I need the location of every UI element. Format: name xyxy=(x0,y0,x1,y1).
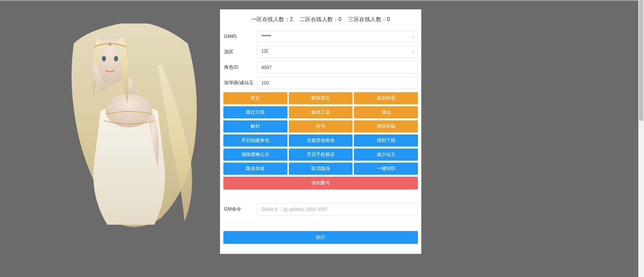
gm-command-row: GM命令 xyxy=(223,203,418,215)
admin-panel: 一区在线人数：2 二区在线人数：0 三区在线人数：0 GM码 •••••• ▯ … xyxy=(220,9,421,254)
role-id-row: 角色ID xyxy=(223,61,418,73)
svg-point-5 xyxy=(114,56,118,61)
role-id-label: 角色ID xyxy=(223,64,257,70)
action-button[interactable]: 封号 xyxy=(289,120,353,132)
action-button[interactable]: 增加等级 xyxy=(354,120,418,132)
level-input[interactable] xyxy=(257,77,418,89)
action-button[interactable]: 清除摆摊公示 xyxy=(223,149,287,161)
action-button[interactable]: 全服禁创角色 xyxy=(289,134,353,147)
divider xyxy=(223,222,418,222)
gm-command-input[interactable] xyxy=(257,203,418,215)
character-illustration xyxy=(54,23,211,238)
action-button[interactable]: 开启创建角色 xyxy=(223,134,287,147)
zone-select[interactable]: 1区 xyxy=(257,46,418,58)
execute-button[interactable]: 执行 xyxy=(223,231,418,244)
action-button[interactable]: 减少仙玉 xyxy=(354,149,418,161)
button-row: 跳过主线解散工会清包 xyxy=(223,106,418,118)
action-button[interactable]: 禁言 xyxy=(223,92,287,104)
zone-row: 选区 1区 ▯ xyxy=(223,46,418,58)
gm-code-row: GM码 •••••• ▯ xyxy=(223,31,418,43)
vertical-scrollbar[interactable] xyxy=(638,0,644,277)
gm-command-label: GM命令 xyxy=(223,206,257,212)
button-row: 禁言解除禁言策划神器 xyxy=(223,92,418,104)
online-count-header: 一区在线人数：2 二区在线人数：0 三区在线人数：0 xyxy=(223,16,418,23)
action-button[interactable]: 取消隐身 xyxy=(289,163,353,175)
action-button[interactable]: 跳过主线 xyxy=(223,106,287,118)
action-button[interactable]: 隐身加速 xyxy=(223,163,287,175)
action-button[interactable]: 开启手机验证 xyxy=(289,149,353,161)
action-button[interactable]: 强制下线 xyxy=(354,134,418,147)
action-button[interactable]: 解封 xyxy=(223,120,287,132)
svg-point-3 xyxy=(108,43,112,46)
button-row: 解封封号增加等级 xyxy=(223,120,418,132)
action-button[interactable]: 清包 xyxy=(354,106,418,118)
divider xyxy=(223,196,418,197)
gm-code-input[interactable]: •••••• xyxy=(257,31,418,43)
force-delete-button[interactable]: 强制删号 xyxy=(223,177,418,189)
action-button[interactable]: 解散工会 xyxy=(289,106,353,118)
gm-code-label: GM码 xyxy=(223,34,257,40)
role-id-input[interactable] xyxy=(257,61,418,73)
zone-label: 选区 xyxy=(223,49,257,55)
level-label: 加等级/减仙玉 xyxy=(223,80,257,86)
action-button[interactable]: 解除禁言 xyxy=(289,92,353,104)
svg-point-4 xyxy=(102,56,106,61)
button-row: 清除摆摊公示开启手机验证减少仙玉 xyxy=(223,149,418,161)
level-row: 加等级/减仙玉 xyxy=(223,77,418,89)
button-row: 隐身加速取消隐身一键转职 xyxy=(223,163,418,175)
button-row: 开启创建角色全服禁创角色强制下线 xyxy=(223,134,418,147)
scrollbar-thumb[interactable] xyxy=(639,0,643,121)
action-button[interactable]: 策划神器 xyxy=(354,92,418,104)
action-button[interactable]: 一键转职 xyxy=(354,163,418,175)
